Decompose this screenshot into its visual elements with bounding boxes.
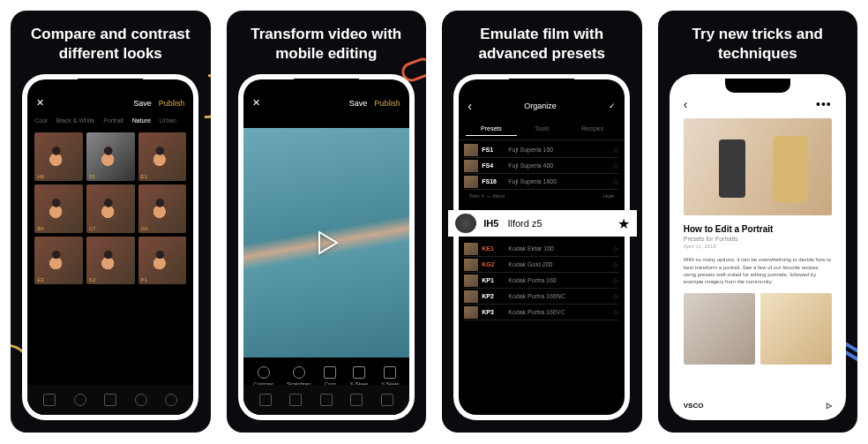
selected-code: IH5 bbox=[483, 218, 498, 229]
preset-thumb-icon bbox=[464, 275, 478, 287]
back-icon[interactable]: ‹ bbox=[468, 99, 472, 113]
segment-control: Presets Tools Recipes bbox=[459, 118, 625, 140]
editor-screen: ✕ Save Publish Cool Black & White Portra… bbox=[27, 79, 193, 415]
slide-presets: Emulate film with advanced presets ‹ Org… bbox=[442, 11, 642, 433]
slide-compare: Compare and contrast different looks ✕ S… bbox=[11, 11, 211, 433]
preset-row[interactable]: KE1Kodak Ektar 100☆ bbox=[464, 241, 619, 257]
close-icon[interactable]: ✕ bbox=[252, 97, 260, 109]
phone-frame: ✕ Save Publish Cool Black & White Portra… bbox=[22, 74, 198, 420]
preset-thumb[interactable]: P1 bbox=[138, 237, 187, 285]
selected-name: Ilford z5 bbox=[507, 218, 617, 229]
preset-grid: H6 B1 E1 B4 C7 G9 E3 K2 P1 bbox=[27, 127, 193, 290]
grid-icon[interactable] bbox=[259, 394, 272, 406]
segment-presets[interactable]: Presets bbox=[466, 122, 516, 136]
grid-icon[interactable] bbox=[43, 394, 56, 406]
preset-row[interactable]: KP3Kodak Portra 160VC☆ bbox=[464, 305, 619, 320]
article-image[interactable] bbox=[760, 293, 832, 365]
preset-thumb[interactable]: B1 bbox=[86, 132, 135, 181]
star-icon[interactable]: ☆ bbox=[612, 308, 619, 317]
more-icon[interactable] bbox=[381, 394, 393, 406]
preset-thumb[interactable]: E1 bbox=[138, 132, 187, 181]
sliders-icon[interactable] bbox=[320, 394, 333, 406]
save-button[interactable]: Save bbox=[349, 99, 368, 108]
article-date: April 11, 2019 bbox=[684, 244, 832, 249]
phone-frame: ✕ Save Publish Contrast Straighten Crop … bbox=[238, 74, 415, 420]
tab-nature[interactable]: Nature bbox=[132, 117, 151, 124]
star-icon[interactable]: ☆ bbox=[612, 162, 619, 170]
slide-title: Try new tricks and techniques bbox=[669, 25, 848, 64]
article-title: How to Edit a Portrait bbox=[684, 224, 832, 234]
more-icon[interactable]: ••• bbox=[816, 97, 832, 111]
back-icon[interactable]: ‹ bbox=[684, 97, 688, 111]
phone-frame: ‹ Organize ✓ Presets Tools Recipes FS1Fu… bbox=[453, 74, 630, 420]
svg-marker-0 bbox=[319, 232, 337, 253]
publish-button[interactable]: Publish bbox=[159, 99, 185, 108]
tab-portrait[interactable]: Portrait bbox=[103, 117, 123, 124]
star-icon[interactable]: ★ bbox=[617, 215, 630, 232]
history-icon[interactable] bbox=[135, 394, 147, 406]
xskew-tool[interactable]: X-Skew bbox=[349, 366, 368, 387]
preset-row[interactable]: FS16Fuji Superia 1600☆ bbox=[464, 174, 619, 190]
preset-row[interactable]: KP1Kodak Portra 160☆ bbox=[464, 273, 619, 289]
preset-thumb-icon bbox=[464, 306, 478, 319]
preset-row[interactable]: KG2Kodak Gold 200☆ bbox=[464, 257, 619, 273]
star-icon[interactable]: ☆ bbox=[612, 276, 619, 285]
tab-bw[interactable]: Black & White bbox=[56, 117, 95, 124]
send-icon[interactable]: ▷ bbox=[827, 402, 832, 410]
preset-thumb[interactable]: C7 bbox=[86, 184, 135, 233]
preset-thumb[interactable]: B4 bbox=[34, 184, 83, 233]
preset-thumb[interactable]: G9 bbox=[138, 184, 187, 233]
organize-title: Organize bbox=[524, 102, 557, 110]
slide-video: Transform video with mobile editing ✕ Sa… bbox=[227, 11, 427, 433]
star-icon[interactable]: ☆ bbox=[612, 177, 619, 186]
preset-row[interactable]: FS4Fuji Superia 400☆ bbox=[464, 158, 619, 174]
tab-cool[interactable]: Cool bbox=[34, 117, 47, 124]
segment-recipes[interactable]: Recipes bbox=[567, 122, 617, 136]
adjust-icon[interactable] bbox=[289, 394, 302, 406]
brand-label: VSCO bbox=[684, 402, 704, 410]
bottom-toolbar bbox=[27, 385, 193, 415]
adjust-icon[interactable] bbox=[74, 394, 86, 406]
preset-thumb[interactable]: H6 bbox=[34, 132, 83, 181]
slide-title: Compare and contrast different looks bbox=[21, 25, 200, 64]
preset-row[interactable]: KP2Kodak Portra 160NC☆ bbox=[464, 289, 619, 305]
crop-tool[interactable]: Crop bbox=[324, 366, 336, 387]
more-icon[interactable] bbox=[165, 394, 177, 406]
close-icon[interactable]: ✕ bbox=[36, 97, 44, 109]
star-icon[interactable]: ☆ bbox=[612, 245, 619, 253]
straighten-tool[interactable]: Straighten bbox=[287, 366, 311, 387]
play-icon[interactable] bbox=[311, 227, 342, 259]
sliders-icon[interactable] bbox=[104, 394, 116, 406]
preset-row[interactable]: FS1Fuji Superia 100☆ bbox=[464, 142, 619, 158]
save-button[interactable]: Save bbox=[133, 99, 152, 108]
video-preview[interactable] bbox=[243, 128, 409, 357]
section-header: Film X — IlfordHide bbox=[464, 190, 619, 202]
selected-preset-row[interactable]: IH5 Ilford z5 ★ bbox=[448, 210, 637, 237]
contrast-tool[interactable]: Contrast bbox=[253, 366, 273, 387]
history-icon[interactable] bbox=[350, 394, 363, 406]
article-body: With so many options, it can be overwhel… bbox=[684, 256, 832, 286]
preset-thumb[interactable]: E3 bbox=[34, 237, 83, 285]
article-image[interactable] bbox=[684, 293, 755, 365]
hide-button[interactable]: Hide bbox=[603, 193, 614, 199]
preset-thumb-icon bbox=[455, 214, 476, 233]
check-icon[interactable]: ✓ bbox=[609, 102, 616, 110]
article-hero-image bbox=[684, 118, 832, 215]
star-icon[interactable]: ☆ bbox=[612, 146, 619, 154]
slide-title: Transform video with mobile editing bbox=[237, 25, 416, 64]
yskew-tool[interactable]: Y-Skew bbox=[381, 366, 399, 387]
bottom-toolbar bbox=[243, 385, 409, 415]
publish-button[interactable]: Publish bbox=[374, 99, 400, 108]
preset-thumb-icon bbox=[464, 290, 478, 303]
segment-tools[interactable]: Tools bbox=[517, 122, 567, 136]
preset-thumb-icon bbox=[464, 243, 478, 255]
article-images bbox=[684, 293, 832, 365]
star-icon[interactable]: ☆ bbox=[612, 292, 619, 301]
star-icon[interactable]: ☆ bbox=[612, 260, 619, 269]
tab-urban[interactable]: Urban bbox=[160, 117, 176, 124]
preset-thumb[interactable]: K2 bbox=[86, 237, 135, 285]
preset-thumb-icon bbox=[464, 144, 478, 156]
preset-thumb-icon bbox=[464, 160, 478, 172]
preset-thumb-icon bbox=[464, 176, 478, 188]
article-subtitle: Presets for Portraits bbox=[684, 236, 832, 242]
